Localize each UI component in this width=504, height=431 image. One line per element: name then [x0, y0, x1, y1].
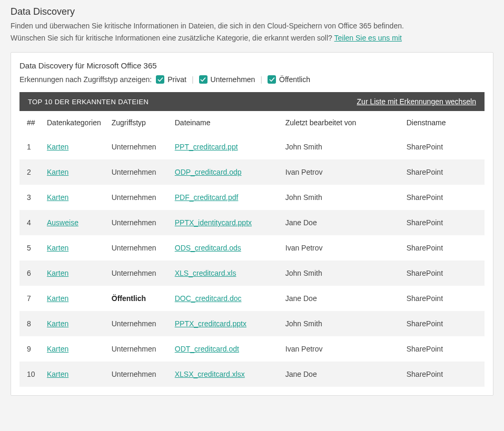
cell-access: Unternehmen — [106, 134, 170, 159]
cell-editedby: John Smith — [280, 260, 401, 286]
table-header-bar: TOP 10 DER ERKANNTEN DATEIEN Zur Liste m… — [19, 92, 485, 111]
table-row: 5KartenUnternehmenODS_creditcard.odsIvan… — [19, 235, 485, 260]
filename-link[interactable]: ODS_creditcard.ods — [175, 244, 241, 252]
cell-category: Karten — [42, 286, 106, 311]
cell-service: SharePoint — [401, 235, 485, 260]
cell-index: 8 — [19, 311, 42, 336]
table-row: 8KartenUnternehmenPPTX_creditcard.pptxJo… — [19, 311, 485, 336]
filename-link[interactable]: PPTX_creditcard.pptx — [175, 319, 246, 328]
cell-category: Karten — [42, 362, 106, 387]
cell-editedby: Jane Doe — [280, 286, 401, 311]
cell-filename: PPT_creditcard.ppt — [170, 134, 280, 159]
filename-link[interactable]: DOC_creditcard.doc — [175, 294, 242, 303]
page-description-line2-prefix: Wünschen Sie sich für kritische Informat… — [11, 34, 334, 42]
filename-link[interactable]: PPTX_identitycard.pptx — [175, 218, 252, 227]
cell-service: SharePoint — [401, 260, 485, 286]
cell-editedby: John Smith — [280, 311, 401, 336]
col-header-index: ## — [19, 111, 42, 134]
col-header-editedby: Zuletzt bearbeitet von — [280, 111, 401, 134]
cell-index: 4 — [19, 210, 42, 235]
col-header-service: Dienstname — [401, 111, 485, 134]
table-row: 10KartenUnternehmenXLSX_creditcard.xlsxJ… — [19, 362, 485, 387]
cell-access: Unternehmen — [106, 260, 170, 286]
cell-access: Unternehmen — [106, 311, 170, 336]
category-link[interactable]: Ausweise — [47, 218, 78, 227]
cell-access: Unternehmen — [106, 210, 170, 235]
cell-index: 9 — [19, 336, 42, 362]
cell-category: Karten — [42, 311, 106, 336]
filter-divider: | — [259, 75, 263, 84]
cell-editedby: Jane Doe — [280, 210, 401, 235]
cell-filename: PDF_creditcard.pdf — [170, 185, 280, 210]
feedback-link[interactable]: Teilen Sie es uns mit — [334, 34, 402, 42]
cell-service: SharePoint — [401, 185, 485, 210]
filter-divider: | — [191, 75, 195, 84]
detections-list-link[interactable]: Zur Liste mit Erkennungen wechseln — [357, 97, 476, 106]
category-link[interactable]: Karten — [47, 168, 68, 176]
cell-editedby: Ivan Petrov — [280, 336, 401, 362]
filename-link[interactable]: PDF_creditcard.pdf — [175, 193, 239, 202]
category-link[interactable]: Karten — [47, 244, 68, 252]
cell-index: 10 — [19, 362, 42, 387]
category-link[interactable]: Karten — [47, 345, 68, 353]
cell-filename: XLSX_creditcard.xlsx — [170, 362, 280, 387]
table-row: 2KartenUnternehmenODP_creditcard.odpIvan… — [19, 159, 485, 185]
filter-label-unternehmen: Unternehmen — [211, 75, 255, 84]
cell-service: SharePoint — [401, 286, 485, 311]
cell-service: SharePoint — [401, 336, 485, 362]
filter-label: Erkennungen nach Zugriffstyp anzeigen: — [19, 75, 152, 84]
cell-editedby: Ivan Petrov — [280, 235, 401, 260]
col-header-filename: Dateiname — [170, 111, 280, 134]
checkmark-icon — [268, 75, 276, 84]
filter-checkbox-unternehmen[interactable]: Unternehmen — [199, 75, 255, 84]
filename-link[interactable]: XLS_creditcard.xls — [175, 269, 236, 277]
category-link[interactable]: Karten — [47, 269, 68, 277]
cell-category: Karten — [42, 260, 106, 286]
page-description-line1: Finden und überwachen Sie kritische Info… — [11, 21, 493, 32]
category-link[interactable]: Karten — [47, 319, 68, 328]
cell-filename: PPTX_creditcard.pptx — [170, 311, 280, 336]
category-link[interactable]: Karten — [47, 143, 68, 151]
table-row: 6KartenUnternehmenXLS_creditcard.xlsJohn… — [19, 260, 485, 286]
checkmark-icon — [199, 75, 207, 84]
cell-editedby: John Smith — [280, 134, 401, 159]
cell-service: SharePoint — [401, 311, 485, 336]
cell-service: SharePoint — [401, 159, 485, 185]
discovery-panel: Data Discovery für Microsoft Office 365 … — [11, 52, 493, 396]
table-row: 4AusweiseUnternehmenPPTX_identitycard.pp… — [19, 210, 485, 235]
cell-editedby: John Smith — [280, 185, 401, 210]
cell-service: SharePoint — [401, 134, 485, 159]
cell-access: Öffentlich — [106, 286, 170, 311]
cell-filename: DOC_creditcard.doc — [170, 286, 280, 311]
filter-row: Erkennungen nach Zugriffstyp anzeigen: P… — [19, 75, 485, 84]
filename-link[interactable]: XLSX_creditcard.xlsx — [175, 370, 245, 378]
col-header-access: Zugriffstyp — [106, 111, 170, 134]
cell-editedby: Jane Doe — [280, 362, 401, 387]
filter-checkbox-oeffentlich[interactable]: Öffentlich — [268, 75, 310, 84]
category-link[interactable]: Karten — [47, 193, 68, 202]
filter-checkbox-privat[interactable]: Privat — [156, 75, 186, 84]
category-link[interactable]: Karten — [47, 294, 68, 303]
page-title: Data Discovery — [11, 6, 493, 17]
cell-access: Unternehmen — [106, 235, 170, 260]
cell-category: Karten — [42, 336, 106, 362]
table-row: 9KartenUnternehmenODT_creditcard.odtIvan… — [19, 336, 485, 362]
filename-link[interactable]: ODP_creditcard.odp — [175, 168, 242, 176]
cell-category: Ausweise — [42, 210, 106, 235]
cell-filename: XLS_creditcard.xls — [170, 260, 280, 286]
cell-index: 7 — [19, 286, 42, 311]
cell-category: Karten — [42, 159, 106, 185]
cell-category: Karten — [42, 185, 106, 210]
panel-title: Data Discovery für Microsoft Office 365 — [19, 61, 485, 70]
cell-filename: PPTX_identitycard.pptx — [170, 210, 280, 235]
filename-link[interactable]: PPT_creditcard.ppt — [175, 143, 238, 151]
cell-index: 1 — [19, 134, 42, 159]
table-row: 7KartenÖffentlichDOC_creditcard.docJane … — [19, 286, 485, 311]
cell-filename: ODP_creditcard.odp — [170, 159, 280, 185]
filename-link[interactable]: ODT_creditcard.odt — [175, 345, 239, 353]
cell-editedby: Ivan Petrov — [280, 159, 401, 185]
table-row: 1KartenUnternehmenPPT_creditcard.pptJohn… — [19, 134, 485, 159]
category-link[interactable]: Karten — [47, 370, 68, 378]
table-row: 3KartenUnternehmenPDF_creditcard.pdfJohn… — [19, 185, 485, 210]
col-header-category: Datenkategorien — [42, 111, 106, 134]
